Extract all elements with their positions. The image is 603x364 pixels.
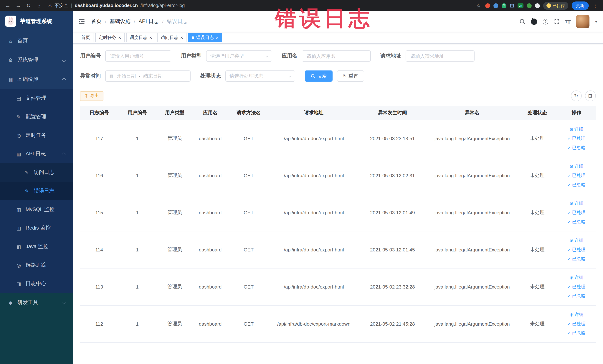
browser-home-icon[interactable]: ⌂ bbox=[35, 3, 42, 9]
sidebar-item-home[interactable]: ⌂ 首页 bbox=[0, 31, 73, 50]
tab-schedule-log[interactable]: 调度日志 × bbox=[126, 33, 155, 42]
mark-processed-link[interactable]: ✓已处理 bbox=[559, 319, 594, 329]
user-type-select[interactable]: 请选择用户类型 bbox=[206, 50, 272, 61]
close-icon[interactable]: × bbox=[149, 35, 152, 40]
detail-link[interactable]: ◉详细 bbox=[559, 199, 594, 208]
close-icon[interactable]: × bbox=[118, 35, 121, 40]
avatar-caret-icon[interactable]: ▾ bbox=[595, 20, 597, 23]
app-name-input[interactable] bbox=[302, 50, 371, 61]
sidebar-item-mysql-monitor[interactable]: ▥ MySQL 监控 bbox=[0, 200, 73, 219]
sidebar-item-config-management[interactable]: ✎ 配置管理 bbox=[0, 107, 73, 126]
font-size-icon[interactable]: TT bbox=[565, 18, 571, 25]
sidebar-item-api-log[interactable]: ▧ API 日志 bbox=[0, 145, 73, 163]
breadcrumb-home[interactable]: 首页 bbox=[91, 18, 102, 25]
error-log-icon: ✎ bbox=[24, 188, 30, 194]
access-log-icon: ✎ bbox=[24, 170, 30, 175]
extension-icon[interactable] bbox=[485, 3, 490, 8]
cell-actions: ◉详细 ✓已处理 ✓已忽略 bbox=[557, 305, 596, 342]
sidebar-item-redis-monitor[interactable]: ◫ Redis 监控 bbox=[0, 219, 73, 237]
cell-user-type: 管理员 bbox=[156, 157, 193, 194]
refresh-table-button[interactable]: ↻ bbox=[571, 91, 581, 101]
cell-actions: ◉详细 ✓已处理 ✓已忽略 bbox=[557, 120, 596, 157]
fullscreen-icon[interactable] bbox=[554, 19, 560, 24]
extension-on-badge[interactable]: on bbox=[517, 3, 523, 8]
paused-extension-badge[interactable]: 已暂停 bbox=[543, 2, 568, 10]
tab-home[interactable]: 首页 bbox=[78, 33, 93, 42]
user-type-placeholder: 请选择用户类型 bbox=[210, 53, 244, 59]
detail-link[interactable]: ◉详细 bbox=[559, 124, 594, 134]
mark-ignored-link[interactable]: ✓已忽略 bbox=[559, 329, 594, 338]
extension-icon[interactable] bbox=[527, 3, 532, 8]
mark-processed-link[interactable]: ✓已处理 bbox=[559, 282, 594, 291]
sidebar-item-trace[interactable]: ◎ 链路追踪 bbox=[0, 256, 73, 274]
export-button-label: 导出 bbox=[90, 93, 99, 99]
reload-icon[interactable]: ↻ bbox=[25, 3, 32, 9]
mark-ignored-link[interactable]: ✓已忽略 bbox=[559, 217, 594, 226]
detail-link[interactable]: ◉详细 bbox=[559, 310, 594, 319]
browser-menu-icon[interactable]: ⋮ bbox=[592, 3, 599, 9]
extension-grid-icon[interactable]: ⊞ bbox=[510, 3, 514, 9]
sidebar-item-dev-tools[interactable]: ◆ 研发工具 bbox=[0, 293, 73, 312]
cell-app-name: dashboard bbox=[193, 120, 227, 157]
table-row: 116 1 管理员 dashboard GET /api/infra/db-do… bbox=[80, 157, 596, 194]
sidebar-item-error-log[interactable]: ✎ 错误日志 bbox=[0, 182, 73, 200]
search-icon[interactable] bbox=[519, 19, 525, 24]
detail-link[interactable]: ◉详细 bbox=[559, 236, 594, 245]
check-icon: ✓ bbox=[568, 180, 571, 189]
address-bar[interactable]: ⚠ 不安全 | dashboard.yudao.iocoder.cn/infra… bbox=[46, 2, 472, 9]
filter-row-2: 异常时间 ▦ 开始日期 - 结束日期 处理状态 请选择处理状态 bbox=[80, 70, 596, 82]
breadcrumb-api-log[interactable]: API 日志 bbox=[139, 18, 159, 25]
forward-icon[interactable]: → bbox=[15, 3, 22, 9]
browser-update-button[interactable]: 更新 bbox=[571, 1, 589, 10]
request-url-input[interactable] bbox=[406, 50, 475, 61]
sidebar-item-log-center[interactable]: ◨ 日志中心 bbox=[0, 274, 73, 293]
mark-ignored-link[interactable]: ✓已忽略 bbox=[559, 180, 594, 189]
chevron-down-icon bbox=[62, 301, 66, 305]
process-status-label: 处理状态 bbox=[200, 73, 221, 79]
close-icon[interactable]: × bbox=[216, 35, 219, 40]
cell-log-id: 113 bbox=[80, 268, 118, 305]
extension-icon[interactable] bbox=[493, 3, 498, 8]
mark-processed-link[interactable]: ✓已处理 bbox=[559, 134, 594, 143]
column-settings-button[interactable]: ⊞ bbox=[585, 91, 596, 101]
sidebar-item-access-log[interactable]: ✎ 访问日志 bbox=[0, 163, 73, 182]
exception-time-range-picker[interactable]: ▦ 开始日期 - 结束日期 bbox=[105, 70, 191, 82]
breadcrumb-infrastructure[interactable]: 基础设施 bbox=[110, 18, 130, 25]
sidebar-toggle-icon[interactable] bbox=[79, 19, 85, 24]
mark-ignored-link[interactable]: ✓已忽略 bbox=[559, 143, 594, 152]
detail-link[interactable]: ◉详细 bbox=[559, 162, 594, 171]
sidebar-item-file-management[interactable]: ▤ 文件管理 bbox=[0, 89, 73, 107]
avatar[interactable] bbox=[576, 15, 590, 28]
help-icon[interactable]: ? bbox=[543, 19, 548, 24]
tab-scheduled-tasks[interactable]: 定时任务 × bbox=[95, 33, 124, 42]
mark-processed-link[interactable]: ✓已处理 bbox=[559, 208, 594, 217]
col-log-id: 日志编号 bbox=[80, 106, 118, 120]
sidebar-item-infrastructure[interactable]: ▦ 基础设施 bbox=[0, 70, 73, 89]
detail-link[interactable]: ◉详细 bbox=[559, 273, 594, 282]
cell-status: 未处理 bbox=[517, 120, 557, 157]
mark-processed-link[interactable]: ✓已处理 bbox=[559, 171, 594, 180]
trace-icon: ◎ bbox=[16, 262, 22, 268]
github-icon[interactable] bbox=[531, 18, 537, 25]
extension-icon[interactable]: Y bbox=[502, 3, 506, 8]
mark-ignored-link[interactable]: ✓已忽略 bbox=[559, 291, 594, 301]
grid-icon: ⊞ bbox=[588, 93, 592, 99]
sidebar-item-system-management[interactable]: ⚙ 系统管理 bbox=[0, 50, 73, 70]
tab-access-log[interactable]: 访问日志 × bbox=[157, 33, 186, 42]
tab-error-log[interactable]: 错误日志 × bbox=[188, 33, 222, 42]
sidebar-item-java-monitor[interactable]: ◧ Java 监控 bbox=[0, 237, 73, 256]
search-button[interactable]: 搜索 bbox=[305, 70, 333, 82]
extension-paw-icon[interactable] bbox=[535, 3, 540, 8]
sidebar-item-scheduled-tasks[interactable]: ◴ 定时任务 bbox=[0, 126, 73, 145]
export-button[interactable]: ↧ 导出 bbox=[80, 91, 104, 101]
user-id-input[interactable] bbox=[105, 50, 171, 61]
mark-ignored-link[interactable]: ✓已忽略 bbox=[559, 254, 594, 263]
process-status-select[interactable]: 请选择处理状态 bbox=[225, 70, 295, 82]
cell-actions: ◉详细 ✓已处理 ✓已忽略 bbox=[557, 194, 596, 231]
mark-processed-link[interactable]: ✓已处理 bbox=[559, 245, 594, 254]
reset-button[interactable]: ↻ 重置 bbox=[337, 70, 364, 82]
close-icon[interactable]: × bbox=[180, 35, 183, 40]
bookmark-star-icon[interactable]: ☆ bbox=[475, 3, 482, 9]
cell-status: 未处理 bbox=[517, 157, 557, 194]
back-icon[interactable]: ← bbox=[4, 3, 11, 9]
